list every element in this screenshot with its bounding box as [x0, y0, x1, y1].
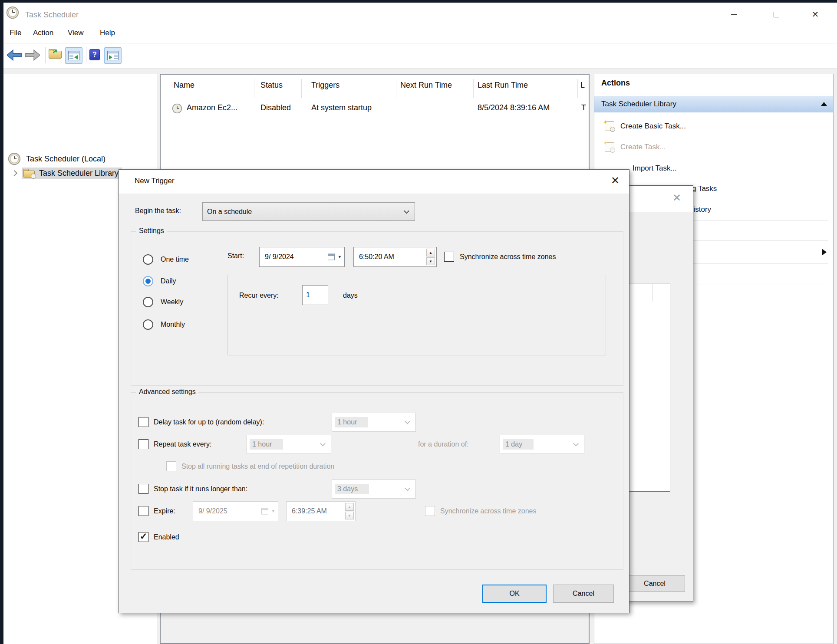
- maximize-button[interactable]: [770, 9, 783, 20]
- new-trigger-titlebar[interactable]: [119, 170, 629, 194]
- help-icon: ?: [89, 49, 100, 60]
- cell-triggers: At system startup: [311, 103, 372, 112]
- spin-down-icon[interactable]: ▼: [426, 257, 435, 265]
- table-row[interactable]: Amazon Ec2... Disabled At system startup…: [161, 102, 589, 116]
- show-action-pane-button[interactable]: [104, 47, 122, 64]
- radio-one-time[interactable]: [143, 254, 153, 265]
- spin-up-icon[interactable]: ▲: [345, 503, 354, 511]
- duration-select[interactable]: 1 day: [500, 435, 584, 454]
- column-divider[interactable]: [396, 79, 396, 98]
- action-create-task[interactable]: ✦ Create Task...: [594, 138, 833, 156]
- chevron-down-icon: [405, 486, 410, 491]
- chevron-down-icon: [320, 441, 326, 447]
- stop-duration-value: 3 days: [335, 484, 369, 494]
- action-import-task[interactable]: Import Task...: [594, 160, 833, 177]
- column-header-triggers[interactable]: Triggers: [311, 81, 339, 90]
- expire-sync-checkbox[interactable]: [425, 506, 435, 516]
- chevron-down-icon: [573, 441, 579, 447]
- settings-legend: Settings: [136, 227, 167, 235]
- dialog-title: New Trigger: [135, 177, 175, 185]
- chevron-down-icon: [405, 419, 410, 424]
- column-divider[interactable]: [301, 79, 302, 98]
- start-date-picker[interactable]: 9/ 9/2024 ▼: [259, 247, 345, 267]
- time-spin-buttons[interactable]: ▲▼: [426, 249, 435, 265]
- calendar-icon: [261, 508, 268, 515]
- time-spin-buttons[interactable]: ▲▼: [345, 503, 354, 519]
- recur-input[interactable]: 1: [302, 285, 328, 305]
- forward-icon[interactable]: [25, 49, 40, 61]
- spin-down-icon[interactable]: ▼: [345, 512, 354, 519]
- create-task-cancel-button[interactable]: Cancel: [624, 575, 685, 592]
- create-basic-task-icon: ✦: [605, 122, 614, 131]
- daily-options-panel: [227, 275, 606, 355]
- cell-status: Disabled: [260, 103, 291, 112]
- column-header-last-run[interactable]: Last Run Time: [478, 81, 528, 90]
- window-titlebar[interactable]: Task Scheduler ✕: [3, 3, 837, 24]
- duration-value: 1 day: [503, 439, 534, 450]
- menu-action[interactable]: Action: [33, 29, 53, 37]
- menu-help[interactable]: Help: [100, 29, 115, 37]
- ok-button[interactable]: OK: [482, 585, 547, 603]
- delay-checkbox[interactable]: [138, 417, 148, 427]
- menu-file[interactable]: File: [10, 29, 21, 37]
- spin-up-icon[interactable]: ▲: [426, 249, 435, 256]
- cell-extra: T: [581, 103, 586, 112]
- begin-task-select[interactable]: On a schedule: [202, 202, 415, 221]
- toolbar-separator: [45, 47, 46, 63]
- radio-daily[interactable]: [143, 276, 153, 286]
- action-pane-icon: [107, 51, 119, 60]
- delay-select[interactable]: 1 hour: [332, 413, 416, 432]
- stop-duration-select[interactable]: 3 days: [332, 480, 416, 499]
- export-list-icon[interactable]: ➜: [49, 49, 63, 62]
- column-header-extra[interactable]: L: [580, 81, 585, 90]
- list-lower-panel: [161, 613, 589, 643]
- expire-date-value: 9/ 9/2025: [198, 507, 227, 515]
- advanced-legend: Advanced settings: [136, 388, 198, 396]
- action-create-basic-task[interactable]: ✦ Create Basic Task...: [594, 118, 833, 135]
- dialog-close-icon[interactable]: ✕: [611, 175, 620, 186]
- start-time-spinner[interactable]: 6:50:20 AM ▲▼: [353, 247, 437, 267]
- column-divider[interactable]: [577, 79, 578, 98]
- repeat-select[interactable]: 1 hour: [247, 435, 331, 454]
- tree-item-local[interactable]: Task Scheduler (Local): [8, 150, 105, 168]
- radio-monthly[interactable]: [143, 319, 153, 330]
- settings-divider: [219, 244, 219, 381]
- radio-weekly[interactable]: [143, 297, 153, 307]
- task-scheduler-window: Task Scheduler ✕ File Action View Help ➜…: [0, 0, 837, 644]
- expire-time-spinner[interactable]: 6:39:25 AM ▲▼: [286, 501, 356, 521]
- repeat-checkbox[interactable]: [138, 439, 148, 449]
- menu-view[interactable]: View: [68, 29, 84, 37]
- start-date-value: 9/ 9/2024: [265, 253, 294, 261]
- chevron-expand-icon[interactable]: [11, 170, 17, 176]
- sync-timezones-checkbox[interactable]: [444, 252, 454, 262]
- minimize-button[interactable]: [728, 9, 741, 20]
- actions-group-header[interactable]: Task Scheduler Library: [594, 96, 833, 112]
- cancel-button[interactable]: Cancel: [553, 585, 614, 603]
- tree-item-library[interactable]: Task Scheduler Library: [10, 166, 122, 181]
- column-divider[interactable]: [254, 79, 254, 98]
- show-console-tree-button[interactable]: [65, 47, 82, 64]
- back-icon[interactable]: [7, 49, 22, 61]
- stop-all-checkbox[interactable]: [166, 461, 176, 471]
- close-button[interactable]: ✕: [809, 9, 822, 20]
- radio-monthly-label: Monthly: [161, 321, 185, 329]
- cell-name: Amazon Ec2...: [187, 103, 237, 112]
- column-header-name[interactable]: Name: [174, 81, 194, 90]
- create-task-close-icon[interactable]: ✕: [672, 193, 681, 203]
- chevron-down-icon: [404, 208, 409, 214]
- collapse-icon[interactable]: [821, 102, 827, 106]
- flyout-arrow-icon[interactable]: [822, 249, 827, 256]
- actions-header: Actions: [601, 79, 630, 88]
- help-button[interactable]: ?: [89, 49, 100, 60]
- cell-last-run: 8/5/2024 8:39:16 AM: [478, 103, 550, 112]
- expire-date-picker[interactable]: 9/ 9/2025 ▼: [193, 501, 278, 521]
- expire-checkbox[interactable]: [138, 506, 148, 516]
- column-header-status[interactable]: Status: [260, 81, 283, 90]
- sync-timezones-label: Synchronize across time zones: [460, 253, 556, 261]
- stop-task-checkbox[interactable]: [138, 484, 148, 494]
- column-divider[interactable]: [473, 79, 474, 98]
- toolbar-separator: [86, 47, 86, 63]
- enabled-checkbox[interactable]: ✓: [138, 532, 148, 542]
- column-header-next-run[interactable]: Next Run Time: [400, 81, 452, 90]
- duration-label: for a duration of:: [418, 440, 469, 448]
